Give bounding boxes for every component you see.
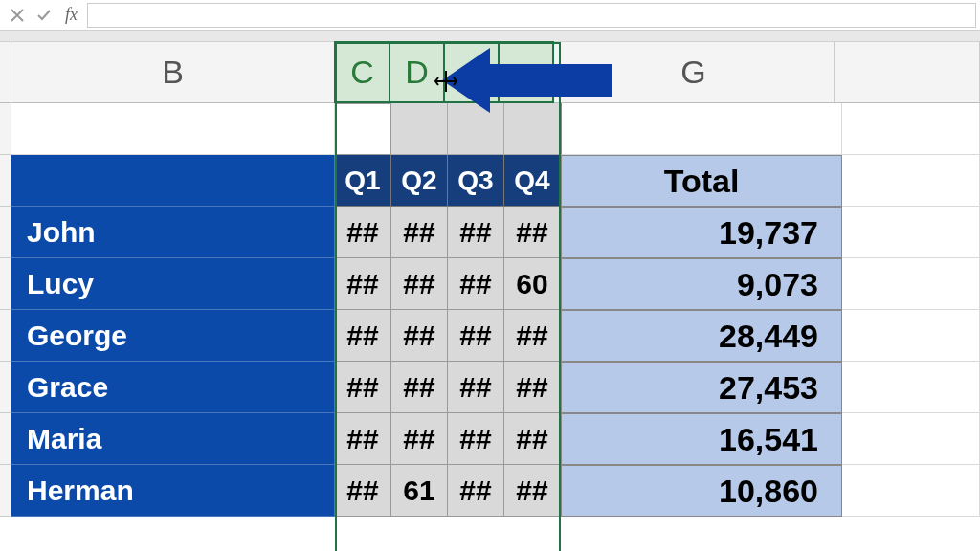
empty-cell[interactable] bbox=[842, 413, 980, 465]
q-cell[interactable]: ## bbox=[448, 258, 504, 310]
column-header-B[interactable]: B bbox=[11, 42, 335, 102]
q-cell[interactable]: ## bbox=[335, 413, 391, 465]
empty-cell[interactable] bbox=[561, 103, 842, 155]
q4-header[interactable]: Q4 bbox=[504, 155, 561, 207]
row-header[interactable] bbox=[0, 258, 11, 310]
q-cell[interactable]: ## bbox=[504, 413, 561, 465]
q-cell[interactable]: ## bbox=[335, 310, 391, 362]
empty-cell[interactable] bbox=[842, 310, 980, 362]
q-cell[interactable]: ## bbox=[448, 413, 504, 465]
row-header[interactable] bbox=[0, 103, 11, 155]
table-row: Grace ## ## ## ## 27,453 bbox=[0, 362, 980, 413]
total-header[interactable]: Total bbox=[561, 155, 842, 207]
row-header[interactable] bbox=[0, 207, 11, 258]
total-cell[interactable]: 28,449 bbox=[561, 310, 842, 362]
name-cell[interactable]: Lucy bbox=[11, 258, 335, 310]
empty-cell[interactable] bbox=[842, 258, 980, 310]
q-cell[interactable]: ## bbox=[391, 258, 448, 310]
table-row: John ## ## ## ## 19,737 bbox=[0, 207, 980, 258]
empty-cell[interactable] bbox=[11, 103, 335, 155]
q-cell[interactable]: ## bbox=[391, 207, 448, 258]
name-cell[interactable]: Herman bbox=[11, 465, 335, 517]
empty-cell[interactable] bbox=[391, 103, 448, 155]
total-cell[interactable]: 10,860 bbox=[561, 465, 842, 517]
name-cell[interactable]: Grace bbox=[11, 362, 335, 413]
fx-label[interactable]: fx bbox=[65, 5, 78, 25]
q-cell[interactable]: ## bbox=[335, 258, 391, 310]
q-cell[interactable]: 60 bbox=[504, 258, 561, 310]
empty-cell[interactable] bbox=[842, 362, 980, 413]
confirm-icon[interactable] bbox=[31, 2, 57, 29]
row-header[interactable] bbox=[0, 413, 11, 465]
q-cell[interactable]: ## bbox=[335, 207, 391, 258]
q-cell[interactable]: ## bbox=[448, 362, 504, 413]
q-cell[interactable]: ## bbox=[448, 207, 504, 258]
cancel-icon[interactable] bbox=[4, 2, 31, 29]
q-cell[interactable]: ## bbox=[391, 310, 448, 362]
total-cell[interactable]: 16,541 bbox=[561, 413, 842, 465]
formula-input[interactable] bbox=[87, 3, 976, 28]
q-cell[interactable]: ## bbox=[335, 465, 391, 517]
table-header-row: Q1 Q2 Q3 Q4 Total bbox=[0, 155, 980, 207]
empty-cell[interactable] bbox=[335, 103, 391, 155]
q1-header[interactable]: Q1 bbox=[335, 155, 391, 207]
table-row: Maria ## ## ## ## 16,541 bbox=[0, 413, 980, 465]
column-header-C[interactable]: C bbox=[334, 41, 390, 103]
q-cell[interactable]: ## bbox=[391, 413, 448, 465]
name-cell[interactable]: George bbox=[11, 310, 335, 362]
q-cell[interactable]: ## bbox=[504, 310, 561, 362]
q-cell[interactable]: 61 bbox=[391, 465, 448, 517]
empty-cell[interactable] bbox=[842, 103, 980, 155]
empty-cell[interactable] bbox=[842, 155, 980, 207]
q-cell[interactable]: ## bbox=[391, 362, 448, 413]
q2-header[interactable]: Q2 bbox=[391, 155, 448, 207]
empty-cell[interactable] bbox=[842, 465, 980, 517]
row-header[interactable] bbox=[0, 155, 11, 207]
q-cell[interactable]: ## bbox=[504, 362, 561, 413]
name-cell[interactable]: Maria bbox=[11, 413, 335, 465]
table-row: Lucy ## ## ## 60 9,073 bbox=[0, 258, 980, 310]
column-header-rest[interactable] bbox=[835, 42, 980, 102]
total-cell[interactable]: 9,073 bbox=[561, 258, 842, 310]
table-row: Herman ## 61 ## ## 10,860 bbox=[0, 465, 980, 517]
row-header[interactable] bbox=[0, 362, 11, 413]
corner-cell[interactable] bbox=[0, 42, 11, 102]
empty-cell[interactable] bbox=[842, 207, 980, 258]
row-header[interactable] bbox=[0, 465, 11, 517]
formula-bar: fx bbox=[0, 0, 980, 31]
table-row: George ## ## ## ## 28,449 bbox=[0, 310, 980, 362]
sheet-grid: Q1 Q2 Q3 Q4 Total John ## ## ## ## 19,73… bbox=[0, 103, 980, 517]
empty-cell[interactable] bbox=[504, 103, 561, 155]
q-cell[interactable]: ## bbox=[448, 465, 504, 517]
q-cell[interactable]: ## bbox=[335, 362, 391, 413]
q3-header[interactable]: Q3 bbox=[448, 155, 504, 207]
name-cell[interactable]: John bbox=[11, 207, 335, 258]
column-resize-cursor-icon bbox=[434, 69, 458, 99]
row-header[interactable] bbox=[0, 310, 11, 362]
q-cell[interactable]: ## bbox=[504, 465, 561, 517]
q-cell[interactable]: ## bbox=[448, 310, 504, 362]
q-cell[interactable]: ## bbox=[504, 207, 561, 258]
total-cell[interactable]: 27,453 bbox=[561, 362, 842, 413]
grid-row bbox=[0, 103, 980, 155]
total-cell[interactable]: 19,737 bbox=[561, 207, 842, 258]
name-header[interactable] bbox=[11, 155, 335, 207]
